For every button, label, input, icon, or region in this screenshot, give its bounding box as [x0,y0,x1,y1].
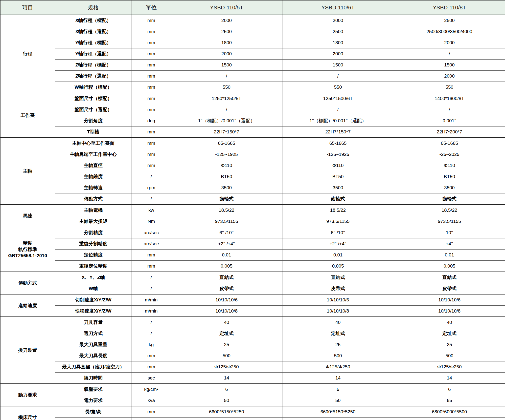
table-row: 主軸錐度/BT50BT50BT50 [0,171,505,182]
value-cell-model-1: 皮帶式 [171,283,282,294]
table-row: 主軸主軸中心至工作臺面mm65-166565-166565-1665 [0,138,505,149]
value-cell-model-1: 50 [171,395,282,406]
spec-label: 切削速度X/Y/Z/W [55,294,132,306]
spec-label: 分割精度 [55,227,132,238]
unit-label: kw [132,205,171,216]
value-cell-model-2: Φ125/Φ250 [282,361,394,373]
table-row: Z軸行程（選配）mm//2000 [0,71,505,82]
spec-label: 重復定位精度 [55,261,132,272]
value-cell-model-3: / [394,104,505,115]
spec-label: 換刀時間 [55,373,132,384]
unit-label: mm [132,406,171,418]
unit-label: mm [132,104,171,115]
value-cell-model-2: ±2° /±4° [282,238,394,250]
unit-label: mm [132,60,171,71]
spec-label: Z軸行程（選配） [55,71,132,82]
value-cell-model-3: 2000 [394,37,505,48]
spec-label: 盤面尺寸（選配） [55,104,132,115]
value-cell-model-2: 6° /10° [282,227,394,238]
value-cell-model-2: 1500 [282,60,394,71]
table-row: W軸行程（標配）mm550550550 [0,82,505,93]
value-cell-model-3: 65-1665 [394,138,505,149]
table-row: 盤面尺寸（選配）mm/// [0,104,505,115]
value-cell-model-2: 2000 [282,48,394,60]
value-cell-model-1: Φ125/Φ250 [171,361,282,373]
table-row: 機床尺寸長/寬/高mm6600*5150*52506600*5150*52506… [0,406,505,418]
table-row: 最大刀具長度mm500500500 [0,350,505,361]
value-cell-model-3: 973.5/1155 [394,216,505,227]
value-cell-model-3: 齒輪式 [394,193,505,205]
unit-label: mm [132,71,171,82]
unit-label: t [132,418,171,420]
value-cell-model-2: 550 [282,82,394,93]
value-cell-model-2: 25 [282,339,394,350]
value-cell-model-2: 6600*5150*5250 [282,406,394,418]
table-row: Y軸行程（選配）mm20002000/ [0,48,505,60]
unit-label: kva [132,395,171,406]
unit-label: mm [132,261,171,272]
value-cell-model-2: 40 [282,317,394,328]
unit-label: mm [132,26,171,37]
spec-label: 主軸轉速 [55,182,132,193]
value-cell-model-2: 500 [282,350,394,361]
value-cell-model-2: 1250*1500/6T [282,93,394,104]
value-cell-model-1: 6600*5150*5250 [171,406,282,418]
spec-label: 氣壓要求 [55,384,132,395]
value-cell-model-1: 2000 [171,48,282,60]
value-cell-model-3: Φ125/Φ250 [394,361,505,373]
unit-label: / [132,283,171,294]
value-cell-model-3: 0.01 [394,250,505,261]
value-cell-model-2: Φ110 [282,160,394,171]
value-cell-model-1: 6 [171,384,282,395]
value-cell-model-3: 500 [394,350,505,361]
value-cell-model-3: 550 [394,82,505,93]
item-group-label: 工作臺 [0,93,55,138]
table-header: 項目 規格 單位 YSBD-110/5T YSBD-110/6T YSBD-11… [0,0,505,15]
value-cell-model-3: 18.5/22 [394,205,505,216]
value-cell-model-3: 0.005 [394,261,505,272]
value-cell-model-1: 22H7*150*7 [171,126,282,138]
value-cell-model-2: 皮帶式 [282,283,394,294]
table-row: W軸/皮帶式皮帶式皮帶式 [0,283,505,294]
spec-label: 重復分割精度 [55,238,132,250]
item-group-label: 行程 [0,15,55,93]
unit-label: / [132,171,171,182]
spec-label: T型槽 [55,126,132,138]
unit-label: arc/sec [132,227,171,238]
spec-label: 分割角度 [55,115,132,126]
item-group-label: 機床尺寸 [0,406,55,420]
item-group-label: 換刀裝置 [0,317,55,384]
value-cell-model-3: 10° [394,227,505,238]
table-row: X軸行程（選配）mm250025002500/3000/3500/4000 [0,26,505,37]
value-cell-model-2: 31 [282,418,394,420]
value-cell-model-2: BT50 [282,171,394,182]
value-cell-model-3: 10/10/10/6 [394,294,505,306]
item-group-label: 進給速度 [0,294,55,317]
table-row: 電力要求kva505065 [0,395,505,406]
value-cell-model-2: 齒輪式 [282,193,394,205]
value-cell-model-1: 6° /10° [171,227,282,238]
value-cell-model-3: 65 [394,395,505,406]
value-cell-model-2: 0.01 [282,250,394,261]
value-cell-model-1: 500 [171,350,282,361]
value-cell-model-2: 定址式 [282,328,394,339]
table-row: 工作臺盤面尺寸（標配）mm1250*1250/5T1250*1500/6T140… [0,93,505,104]
value-cell-model-1: 0.005 [171,261,282,272]
item-group-label: 動力要求 [0,384,55,406]
table-row: 傳動方式/齒輪式齒輪式齒輪式 [0,193,505,205]
value-cell-model-1: Φ110 [171,160,282,171]
value-cell-model-3: 14 [394,373,505,384]
value-cell-model-1: 1250*1250/5T [171,93,282,104]
spec-label: X軸行程（選配） [55,26,132,37]
unit-label: deg [132,115,171,126]
value-cell-model-3: 40 [394,317,505,328]
value-cell-model-3: 直結式 [394,272,505,283]
value-cell-model-2: 0.005 [282,261,394,272]
column-header-model-ysbd-110-8t: YSBD-110/8T [394,0,505,15]
value-cell-model-3: 定址式 [394,328,505,339]
spec-label: 主軸中心至工作臺面 [55,138,132,149]
unit-label: mm [132,48,171,60]
spec-label: 選刀方式 [55,328,132,339]
value-cell-model-3: 0.001° [394,115,505,126]
spec-label: Y軸行程（選配） [55,48,132,60]
